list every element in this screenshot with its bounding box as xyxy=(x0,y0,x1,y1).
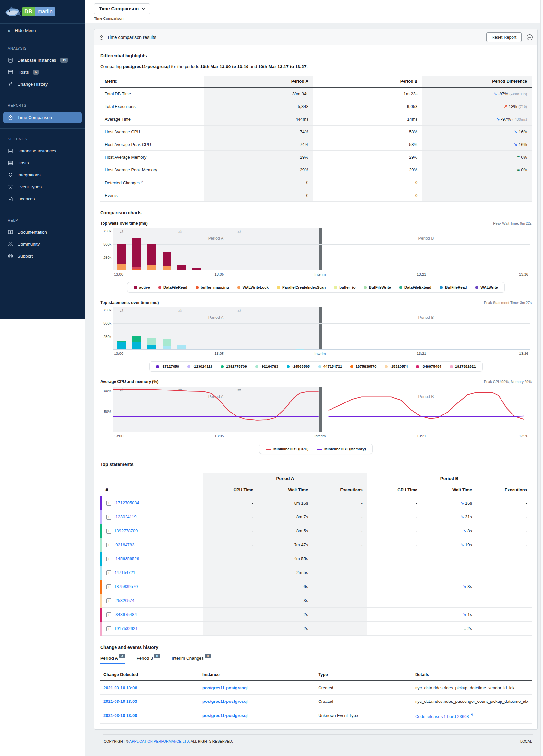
tab-count-badge: 0 xyxy=(154,654,160,658)
expand-statement-button[interactable]: + xyxy=(106,584,111,589)
legend-item-buffer_mapping[interactable]: buffer_mapping xyxy=(196,285,229,289)
sidebar-item-hosts[interactable]: Hosts6 xyxy=(0,66,85,78)
legend-label: -348675484 xyxy=(421,365,441,368)
legend-item-BufFileRead[interactable]: BufFileRead xyxy=(440,285,467,289)
statement-id-link[interactable]: -1712705034 xyxy=(114,500,139,505)
hash-header: # xyxy=(101,484,203,496)
sidebar-item-hosts[interactable]: Hosts xyxy=(0,157,85,169)
legend-item-active[interactable]: active xyxy=(134,285,150,289)
legend-dot xyxy=(399,286,402,289)
company-link[interactable]: APPLICATION PERFORMANCE LTD. xyxy=(129,739,190,743)
legend-item-DataFileRead[interactable]: DataFileRead xyxy=(158,285,187,289)
swap-period-icon[interactable]: ⇄ xyxy=(237,229,241,234)
expand-statement-button[interactable]: + xyxy=(106,612,111,617)
hide-menu-button[interactable]: « Hide Menu xyxy=(0,24,85,38)
chart-plot: 750k500k250k⇄⇄⇄Period APeriod B xyxy=(113,228,530,270)
legend-item-minikubedb1-memory-[interactable]: MinikubeDB1 (Memory) xyxy=(317,447,366,451)
sidebar-item-event-types[interactable]: Event Types xyxy=(0,181,85,193)
legend-item-1917582621[interactable]: 1917582621 xyxy=(450,365,476,368)
metric-period-b-value: 29% xyxy=(313,163,422,176)
legend-item--92164783[interactable]: -92164783 xyxy=(255,365,278,368)
period-a-wait-time: 2s xyxy=(258,621,313,635)
change-detected-link[interactable]: 2021-03-10 13:00 xyxy=(103,713,137,718)
period-b-cpu-time: - xyxy=(367,496,422,510)
reset-report-button[interactable]: Reset Report xyxy=(486,32,522,42)
y-axis-label: 250k xyxy=(100,256,111,259)
bar-segment-active xyxy=(177,265,186,270)
expand-statement-button[interactable]: + xyxy=(106,515,111,520)
legend-item-WALWrite[interactable]: WALWrite xyxy=(475,285,498,289)
statement-id-link[interactable]: 447154721 xyxy=(114,570,135,575)
instance-link[interactable]: postgres11-postgresql xyxy=(202,699,247,704)
y-axis-label: 750k xyxy=(100,229,111,233)
period-a-wait-time: 8m 7s xyxy=(258,510,313,524)
sidebar-item-support[interactable]: Support xyxy=(0,250,85,262)
legend-item--348675484[interactable]: -348675484 xyxy=(416,365,441,368)
metrics-col-header: Period B xyxy=(313,76,422,87)
app-root: DB marlin « Hide Menu ANALYSISDatabase I… xyxy=(0,0,543,756)
legend-item-buffer_io[interactable]: buffer_io xyxy=(334,285,355,289)
statement-id-link[interactable]: 1917582621 xyxy=(114,626,138,631)
tab-period-a[interactable]: Period A3 xyxy=(100,656,125,664)
chart-head: Top waits over time (ms)Peak Wait Time: … xyxy=(100,221,532,226)
period-marker-line: ⇄ xyxy=(177,310,177,349)
swap-period-icon[interactable]: ⇄ xyxy=(120,229,124,234)
statement-id-link[interactable]: -92164783 xyxy=(114,542,134,547)
sidebar-item-licences[interactable]: Licences xyxy=(0,193,85,205)
period-b-executions: - xyxy=(477,552,532,566)
expand-statement-button[interactable]: + xyxy=(106,529,111,534)
comparing-suffix: . xyxy=(307,64,308,69)
legend-item-minikubedb1-cpu-[interactable]: MinikubeDB1 (CPU) xyxy=(266,447,308,451)
instance-link[interactable]: postgres11-postgresql xyxy=(202,713,247,718)
swap-period-icon[interactable]: ⇄ xyxy=(178,308,182,313)
tab-period-b[interactable]: Period B0 xyxy=(137,656,160,664)
statement-id-link[interactable]: -123024119 xyxy=(114,514,136,519)
stacked-bar xyxy=(117,244,126,270)
change-detected-link[interactable]: 2021-03-10 13:06 xyxy=(103,685,137,690)
collapse-card-icon[interactable] xyxy=(526,34,533,41)
legend-item--25320574[interactable]: -25320574 xyxy=(385,365,408,368)
stacked-bar xyxy=(163,339,171,349)
page-scrollbar[interactable] xyxy=(540,0,543,756)
legend-item-1875839570[interactable]: 1875839570 xyxy=(350,365,376,368)
details-link[interactable]: Code release v1 build 23608 xyxy=(415,714,473,719)
swap-period-icon[interactable]: ⇄ xyxy=(120,308,124,313)
expand-statement-button[interactable]: + xyxy=(106,626,111,631)
statement-id-link[interactable]: 1392778709 xyxy=(114,528,138,533)
sidebar-item-change-history[interactable]: Change History xyxy=(0,78,85,90)
diff-text: 13% xyxy=(509,104,517,109)
expand-statement-button[interactable]: + xyxy=(106,557,111,561)
statement-id-link[interactable]: -25320574 xyxy=(114,598,134,603)
legend-dot xyxy=(255,365,258,368)
period-a-cpu-time: - xyxy=(203,580,258,594)
sidebar-item-database-instances[interactable]: Database Instances xyxy=(0,145,85,157)
legend-item-447154721[interactable]: 447154721 xyxy=(318,365,342,368)
expand-statement-button[interactable]: + xyxy=(106,570,111,575)
sidebar-item-community[interactable]: Community xyxy=(0,238,85,250)
expand-statement-button[interactable]: + xyxy=(106,501,111,506)
legend-item-WALWriteLock[interactable]: WALWriteLock xyxy=(237,285,269,289)
report-type-selector[interactable]: Time Comparison xyxy=(94,3,150,14)
statement-id-link[interactable]: -1456356529 xyxy=(114,556,139,561)
change-icon xyxy=(8,81,13,87)
expand-statement-button[interactable]: + xyxy=(106,598,111,603)
legend-item--17127050[interactable]: -17127050 xyxy=(156,365,179,368)
sidebar-item-database-instances[interactable]: Database Instances19 xyxy=(0,54,85,66)
legend-item--123024119[interactable]: -123024119 xyxy=(187,365,212,368)
statement-id-link[interactable]: 1875839570 xyxy=(114,584,138,589)
statement-id-link[interactable]: -348675484 xyxy=(114,612,137,617)
change-detected-link[interactable]: 2021-03-10 13:03 xyxy=(103,699,137,704)
legend-item-BufFileWrite[interactable]: BufFileWrite xyxy=(364,285,391,289)
legend-item-ParallelCreateIndexScan[interactable]: ParallelCreateIndexScan xyxy=(277,285,326,289)
swap-period-icon[interactable]: ⇄ xyxy=(237,308,241,313)
tab-interim-changes[interactable]: Interim Changes0 xyxy=(172,656,211,664)
legend-item-1392778709[interactable]: 1392778709 xyxy=(221,365,247,368)
instance-link[interactable]: postgres11-postgresql xyxy=(202,685,247,690)
sidebar-item-time-comparison[interactable]: Time Comparison xyxy=(3,112,82,123)
legend-item--14563565[interactable]: -14563565 xyxy=(287,365,310,368)
sidebar-item-documentation[interactable]: Documentation xyxy=(0,226,85,238)
expand-statement-button[interactable]: + xyxy=(106,543,111,547)
sidebar-item-integrations[interactable]: Integrations xyxy=(0,169,85,181)
legend-item-DataFileExtend[interactable]: DataFileExtend xyxy=(399,285,431,289)
swap-period-icon[interactable]: ⇄ xyxy=(178,229,182,234)
